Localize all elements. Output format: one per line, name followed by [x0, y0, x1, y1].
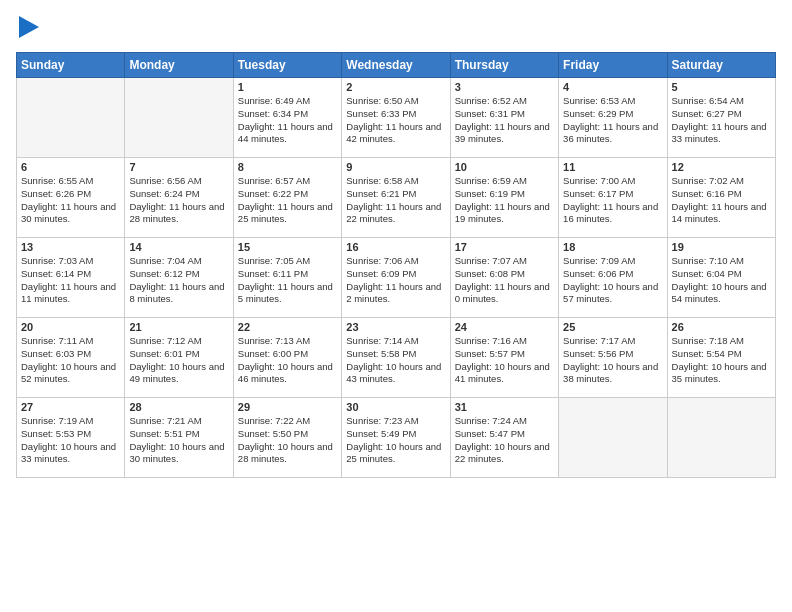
day-number: 26 [672, 321, 771, 333]
calendar-cell: 21Sunrise: 7:12 AM Sunset: 6:01 PM Dayli… [125, 318, 233, 398]
calendar-cell: 19Sunrise: 7:10 AM Sunset: 6:04 PM Dayli… [667, 238, 775, 318]
day-number: 16 [346, 241, 445, 253]
day-number: 15 [238, 241, 337, 253]
day-number: 18 [563, 241, 662, 253]
day-info: Sunrise: 7:13 AM Sunset: 6:00 PM Dayligh… [238, 335, 337, 386]
calendar-cell: 29Sunrise: 7:22 AM Sunset: 5:50 PM Dayli… [233, 398, 341, 478]
calendar-cell: 22Sunrise: 7:13 AM Sunset: 6:00 PM Dayli… [233, 318, 341, 398]
calendar-cell: 18Sunrise: 7:09 AM Sunset: 6:06 PM Dayli… [559, 238, 667, 318]
calendar-cell: 1Sunrise: 6:49 AM Sunset: 6:34 PM Daylig… [233, 78, 341, 158]
week-row-5: 27Sunrise: 7:19 AM Sunset: 5:53 PM Dayli… [17, 398, 776, 478]
calendar-cell: 17Sunrise: 7:07 AM Sunset: 6:08 PM Dayli… [450, 238, 558, 318]
calendar-cell [125, 78, 233, 158]
day-info: Sunrise: 7:09 AM Sunset: 6:06 PM Dayligh… [563, 255, 662, 306]
day-info: Sunrise: 7:24 AM Sunset: 5:47 PM Dayligh… [455, 415, 554, 466]
day-number: 20 [21, 321, 120, 333]
calendar-cell: 27Sunrise: 7:19 AM Sunset: 5:53 PM Dayli… [17, 398, 125, 478]
calendar-cell: 15Sunrise: 7:05 AM Sunset: 6:11 PM Dayli… [233, 238, 341, 318]
calendar-cell: 24Sunrise: 7:16 AM Sunset: 5:57 PM Dayli… [450, 318, 558, 398]
calendar-cell: 16Sunrise: 7:06 AM Sunset: 6:09 PM Dayli… [342, 238, 450, 318]
svg-marker-0 [19, 16, 39, 38]
day-info: Sunrise: 7:05 AM Sunset: 6:11 PM Dayligh… [238, 255, 337, 306]
day-number: 11 [563, 161, 662, 173]
calendar-table: SundayMondayTuesdayWednesdayThursdayFrid… [16, 52, 776, 478]
calendar-cell: 9Sunrise: 6:58 AM Sunset: 6:21 PM Daylig… [342, 158, 450, 238]
day-info: Sunrise: 7:14 AM Sunset: 5:58 PM Dayligh… [346, 335, 445, 386]
calendar-cell: 25Sunrise: 7:17 AM Sunset: 5:56 PM Dayli… [559, 318, 667, 398]
calendar-cell: 28Sunrise: 7:21 AM Sunset: 5:51 PM Dayli… [125, 398, 233, 478]
day-info: Sunrise: 7:03 AM Sunset: 6:14 PM Dayligh… [21, 255, 120, 306]
day-number: 25 [563, 321, 662, 333]
calendar-cell: 10Sunrise: 6:59 AM Sunset: 6:19 PM Dayli… [450, 158, 558, 238]
calendar-cell: 14Sunrise: 7:04 AM Sunset: 6:12 PM Dayli… [125, 238, 233, 318]
calendar-cell: 7Sunrise: 6:56 AM Sunset: 6:24 PM Daylig… [125, 158, 233, 238]
day-number: 5 [672, 81, 771, 93]
day-info: Sunrise: 6:54 AM Sunset: 6:27 PM Dayligh… [672, 95, 771, 146]
day-number: 23 [346, 321, 445, 333]
day-number: 8 [238, 161, 337, 173]
day-number: 2 [346, 81, 445, 93]
calendar-cell: 6Sunrise: 6:55 AM Sunset: 6:26 PM Daylig… [17, 158, 125, 238]
day-number: 10 [455, 161, 554, 173]
day-info: Sunrise: 7:07 AM Sunset: 6:08 PM Dayligh… [455, 255, 554, 306]
day-number: 3 [455, 81, 554, 93]
calendar-cell: 3Sunrise: 6:52 AM Sunset: 6:31 PM Daylig… [450, 78, 558, 158]
day-info: Sunrise: 7:02 AM Sunset: 6:16 PM Dayligh… [672, 175, 771, 226]
header [16, 12, 776, 42]
day-number: 14 [129, 241, 228, 253]
day-info: Sunrise: 7:10 AM Sunset: 6:04 PM Dayligh… [672, 255, 771, 306]
week-row-1: 1Sunrise: 6:49 AM Sunset: 6:34 PM Daylig… [17, 78, 776, 158]
calendar-cell: 12Sunrise: 7:02 AM Sunset: 6:16 PM Dayli… [667, 158, 775, 238]
calendar-cell: 11Sunrise: 7:00 AM Sunset: 6:17 PM Dayli… [559, 158, 667, 238]
day-number: 19 [672, 241, 771, 253]
day-info: Sunrise: 7:00 AM Sunset: 6:17 PM Dayligh… [563, 175, 662, 226]
day-info: Sunrise: 7:21 AM Sunset: 5:51 PM Dayligh… [129, 415, 228, 466]
day-info: Sunrise: 7:04 AM Sunset: 6:12 PM Dayligh… [129, 255, 228, 306]
calendar-cell: 20Sunrise: 7:11 AM Sunset: 6:03 PM Dayli… [17, 318, 125, 398]
day-number: 21 [129, 321, 228, 333]
day-info: Sunrise: 6:52 AM Sunset: 6:31 PM Dayligh… [455, 95, 554, 146]
logo [16, 12, 39, 42]
day-info: Sunrise: 6:50 AM Sunset: 6:33 PM Dayligh… [346, 95, 445, 146]
calendar-cell [667, 398, 775, 478]
day-header-sunday: Sunday [17, 53, 125, 78]
day-info: Sunrise: 7:18 AM Sunset: 5:54 PM Dayligh… [672, 335, 771, 386]
week-row-4: 20Sunrise: 7:11 AM Sunset: 6:03 PM Dayli… [17, 318, 776, 398]
day-number: 30 [346, 401, 445, 413]
day-info: Sunrise: 7:23 AM Sunset: 5:49 PM Dayligh… [346, 415, 445, 466]
calendar-cell: 2Sunrise: 6:50 AM Sunset: 6:33 PM Daylig… [342, 78, 450, 158]
day-info: Sunrise: 7:11 AM Sunset: 6:03 PM Dayligh… [21, 335, 120, 386]
day-number: 12 [672, 161, 771, 173]
day-number: 29 [238, 401, 337, 413]
week-row-3: 13Sunrise: 7:03 AM Sunset: 6:14 PM Dayli… [17, 238, 776, 318]
calendar-cell: 8Sunrise: 6:57 AM Sunset: 6:22 PM Daylig… [233, 158, 341, 238]
day-info: Sunrise: 6:57 AM Sunset: 6:22 PM Dayligh… [238, 175, 337, 226]
day-header-monday: Monday [125, 53, 233, 78]
calendar-cell: 30Sunrise: 7:23 AM Sunset: 5:49 PM Dayli… [342, 398, 450, 478]
page-container: SundayMondayTuesdayWednesdayThursdayFrid… [0, 0, 792, 486]
day-number: 27 [21, 401, 120, 413]
day-header-thursday: Thursday [450, 53, 558, 78]
day-number: 17 [455, 241, 554, 253]
day-number: 24 [455, 321, 554, 333]
day-info: Sunrise: 7:22 AM Sunset: 5:50 PM Dayligh… [238, 415, 337, 466]
day-info: Sunrise: 7:12 AM Sunset: 6:01 PM Dayligh… [129, 335, 228, 386]
day-info: Sunrise: 6:59 AM Sunset: 6:19 PM Dayligh… [455, 175, 554, 226]
day-info: Sunrise: 7:16 AM Sunset: 5:57 PM Dayligh… [455, 335, 554, 386]
day-number: 9 [346, 161, 445, 173]
day-number: 31 [455, 401, 554, 413]
day-info: Sunrise: 6:49 AM Sunset: 6:34 PM Dayligh… [238, 95, 337, 146]
calendar-cell [17, 78, 125, 158]
day-info: Sunrise: 6:56 AM Sunset: 6:24 PM Dayligh… [129, 175, 228, 226]
day-header-friday: Friday [559, 53, 667, 78]
calendar-cell [559, 398, 667, 478]
day-header-tuesday: Tuesday [233, 53, 341, 78]
calendar-cell: 26Sunrise: 7:18 AM Sunset: 5:54 PM Dayli… [667, 318, 775, 398]
day-info: Sunrise: 7:19 AM Sunset: 5:53 PM Dayligh… [21, 415, 120, 466]
calendar-cell: 4Sunrise: 6:53 AM Sunset: 6:29 PM Daylig… [559, 78, 667, 158]
day-number: 13 [21, 241, 120, 253]
day-info: Sunrise: 6:55 AM Sunset: 6:26 PM Dayligh… [21, 175, 120, 226]
day-number: 7 [129, 161, 228, 173]
calendar-cell: 5Sunrise: 6:54 AM Sunset: 6:27 PM Daylig… [667, 78, 775, 158]
day-info: Sunrise: 7:06 AM Sunset: 6:09 PM Dayligh… [346, 255, 445, 306]
